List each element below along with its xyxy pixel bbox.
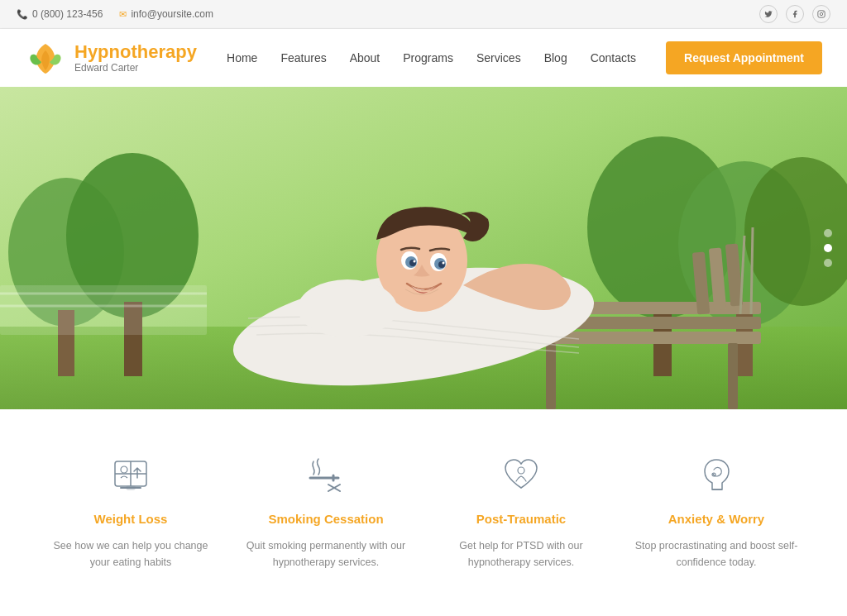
logo-title: Hypnotherapy [74, 42, 197, 62]
facebook-link[interactable] [786, 5, 804, 23]
nav-blog[interactable]: Blog [544, 51, 567, 64]
phone-number: 0 (800) 123-456 [32, 8, 103, 20]
svg-rect-44 [127, 486, 135, 489]
phone-item: 📞 0 (800) 123-456 [17, 8, 103, 20]
weight-loss-title: Weight Loss [94, 512, 168, 526]
smoking-title: Smoking Cessation [268, 512, 383, 526]
top-bar-contact: 📞 0 (800) 123-456 ✉ info@yoursite.com [17, 8, 213, 20]
svg-point-49 [518, 467, 524, 474]
email-icon: ✉ [119, 9, 127, 20]
ptsd-desc: Get help for PTSD with our hypnotherapy … [438, 537, 604, 571]
hero-illustration [0, 87, 847, 409]
hero-dot-1[interactable] [824, 229, 832, 237]
hero-dot-2[interactable] [824, 244, 832, 252]
svg-rect-24 [728, 343, 738, 409]
smoking-desc: Quit smoking permanently with our hypnot… [243, 537, 409, 571]
phone-icon: 📞 [17, 9, 28, 20]
nav-programs[interactable]: Programs [403, 51, 453, 64]
service-anxiety: Anxiety & Worry Stop procrastinating and… [634, 451, 799, 571]
anxiety-title: Anxiety & Worry [668, 512, 764, 526]
nav-services[interactable]: Services [476, 51, 521, 64]
service-weight-loss: Weight Loss See how we can help you chan… [48, 451, 213, 571]
svg-point-37 [443, 262, 445, 265]
svg-point-38 [298, 279, 397, 337]
nav-features[interactable]: Features [280, 51, 326, 64]
logo-text: Hypnotherapy Edward Carter [74, 42, 197, 74]
ptsd-icon [496, 451, 546, 500]
request-appointment-button[interactable]: Request Appointment [666, 41, 822, 74]
anxiety-desc: Stop procrastinating and boost self-conf… [634, 537, 799, 571]
weight-loss-icon [106, 451, 156, 500]
hero-section [0, 87, 847, 409]
email-item: ✉ info@yoursite.com [119, 8, 213, 20]
logo[interactable]: Hypnotherapy Edward Carter [25, 37, 197, 79]
logo-icon [25, 37, 66, 79]
instagram-link[interactable] [812, 5, 830, 23]
logo-subtitle: Edward Carter [74, 62, 197, 74]
svg-rect-0 [818, 11, 825, 17]
ptsd-title: Post-Traumatic [476, 512, 566, 526]
main-header: Hypnotherapy Edward Carter Home Features… [0, 29, 847, 87]
anxiety-icon [691, 451, 741, 500]
nav-about[interactable]: About [350, 51, 380, 64]
service-ptsd: Post-Traumatic Get help for PTSD with ou… [438, 451, 604, 571]
svg-point-1 [820, 12, 822, 15]
social-links [759, 5, 830, 23]
svg-line-26 [751, 227, 753, 314]
hero-dots [824, 229, 832, 267]
top-bar: 📞 0 (800) 123-456 ✉ info@yoursite.com [0, 0, 847, 29]
twitter-link[interactable] [759, 5, 778, 23]
smoking-icon [301, 451, 351, 500]
services-section: Weight Loss See how we can help you chan… [0, 409, 847, 604]
svg-rect-23 [546, 343, 556, 409]
service-smoking: Smoking Cessation Quit smoking permanent… [243, 451, 409, 571]
main-nav: Home Features About Programs Services Bl… [227, 51, 636, 64]
nav-home[interactable]: Home [227, 51, 257, 64]
hero-dot-3[interactable] [824, 259, 832, 267]
weight-loss-desc: See how we can help you change your eati… [48, 537, 213, 571]
svg-point-36 [414, 260, 416, 263]
email-address: info@yoursite.com [131, 8, 213, 20]
nav-contacts[interactable]: Contacts [591, 51, 636, 64]
svg-point-42 [121, 466, 127, 473]
